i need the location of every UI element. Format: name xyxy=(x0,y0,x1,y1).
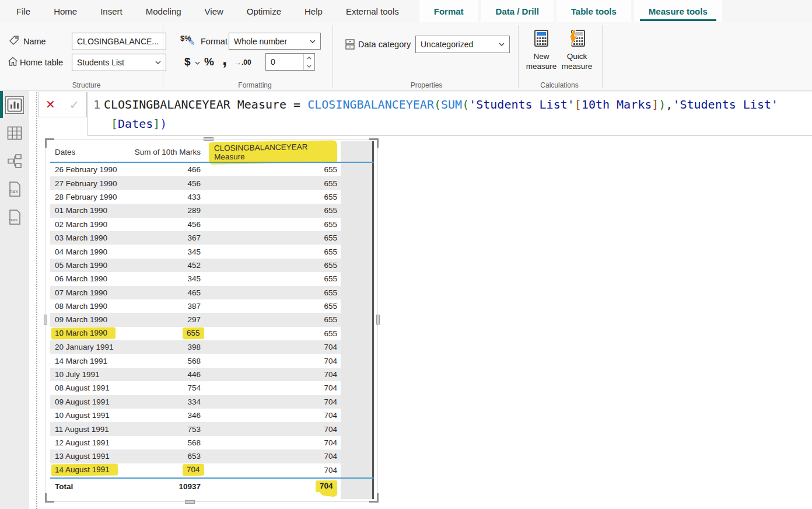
selection-edge-handle[interactable] xyxy=(376,315,380,325)
date-cell[interactable]: 14 August 1991 xyxy=(50,464,124,476)
marks-cell[interactable]: 452 xyxy=(124,261,203,270)
accept-formula-icon[interactable]: ✓ xyxy=(69,99,79,111)
table-total-row[interactable]: Total10937704 xyxy=(50,479,341,494)
table-row[interactable]: 01 March 1990289655 xyxy=(50,204,341,217)
measure-cell[interactable]: 655 xyxy=(203,233,341,242)
menu-item-view[interactable]: View xyxy=(193,0,235,22)
date-cell[interactable]: 09 August 1991 xyxy=(50,398,124,406)
table-row[interactable]: 06 March 1990345655 xyxy=(50,272,341,285)
cancel-formula-icon[interactable]: ✕ xyxy=(46,99,55,110)
dax-query-view-button[interactable]: DAX xyxy=(0,175,29,203)
measure-cell[interactable]: 704 xyxy=(203,370,341,379)
menu-item-file[interactable]: File xyxy=(5,0,42,22)
measure-name-input[interactable]: CLOSINGBALANCE... xyxy=(72,33,166,50)
marks-cell[interactable]: 466 xyxy=(124,165,203,174)
table-row[interactable]: 13 August 1991653704 xyxy=(50,449,341,463)
selection-corner-handle[interactable] xyxy=(369,138,379,148)
measure-cell[interactable]: 655 xyxy=(203,206,341,215)
data-category-select[interactable]: Uncategorized xyxy=(415,36,510,53)
measure-cell[interactable]: 704 xyxy=(203,452,341,461)
table-row[interactable]: 05 March 1990452655 xyxy=(50,259,341,272)
currency-format-button[interactable]: $ xyxy=(184,55,191,68)
menu-item-help[interactable]: Help xyxy=(293,0,334,22)
selection-corner-handle[interactable] xyxy=(45,138,54,148)
measure-cell[interactable]: 704 xyxy=(203,357,341,365)
thousands-separator-button[interactable]: , xyxy=(222,49,227,69)
table-row[interactable]: 14 August 1991704704 xyxy=(50,463,341,477)
date-cell[interactable]: 08 August 1991 xyxy=(50,384,124,392)
column-header-sum-of-10th-marks[interactable]: Sum of 10th Marks xyxy=(124,148,203,156)
date-cell[interactable]: 01 March 1990 xyxy=(50,206,124,215)
measure-cell[interactable]: 655 xyxy=(203,274,341,283)
table-row[interactable]: 09 March 1990297655 xyxy=(50,313,341,326)
marks-cell[interactable]: 653 xyxy=(124,452,203,461)
date-cell[interactable]: 10 August 1991 xyxy=(50,411,124,420)
marks-cell[interactable]: 334 xyxy=(124,398,203,406)
date-cell[interactable]: 12 August 1991 xyxy=(50,438,124,447)
measure-cell[interactable]: 704 xyxy=(203,438,341,447)
marks-cell[interactable]: 345 xyxy=(124,247,203,256)
selection-edge-handle[interactable] xyxy=(185,500,195,504)
date-cell[interactable]: 02 March 1990 xyxy=(50,220,124,229)
measure-cell[interactable]: 655 xyxy=(203,261,341,270)
measure-cell[interactable]: 655 xyxy=(203,193,341,201)
date-cell[interactable]: 07 March 1990 xyxy=(50,288,124,297)
marks-cell[interactable]: 345 xyxy=(124,274,203,283)
selection-corner-handle[interactable] xyxy=(369,493,379,503)
table-row[interactable]: 10 August 1991346704 xyxy=(50,409,341,422)
marks-cell[interactable]: 704 xyxy=(124,464,203,476)
date-cell[interactable]: 20 January 1991 xyxy=(50,343,124,351)
menu-item-insert[interactable]: Insert xyxy=(89,0,134,22)
tab-measure-tools[interactable]: Measure tools xyxy=(634,0,722,22)
column-header-dates[interactable]: Dates xyxy=(50,148,124,156)
decimal-places-icon[interactable]: →.00 xyxy=(235,58,251,67)
table-row[interactable]: 08 March 1990387655 xyxy=(50,299,341,313)
marks-cell[interactable]: 446 xyxy=(124,370,203,379)
menu-item-modeling[interactable]: Modeling xyxy=(134,0,193,22)
date-cell[interactable]: 11 August 1991 xyxy=(50,425,124,434)
date-cell[interactable]: 14 March 1991 xyxy=(50,357,124,365)
table-row[interactable]: 27 February 1990456655 xyxy=(50,176,341,190)
date-cell[interactable]: 03 March 1990 xyxy=(50,233,124,242)
measure-cell[interactable]: 704 xyxy=(203,425,341,434)
dax-code-line[interactable]: CLOSINGBALANCEYEAR Measure = CLOSINGBALA… xyxy=(104,95,778,114)
table-row[interactable]: 20 January 1991398704 xyxy=(50,340,341,354)
menu-item-external-tools[interactable]: External tools xyxy=(334,0,411,22)
dax-code-line[interactable]: [Dates]) xyxy=(104,114,778,134)
tab-format[interactable]: Format xyxy=(419,0,478,22)
measure-cell[interactable]: 655 xyxy=(203,165,341,174)
stepper-buttons[interactable] xyxy=(303,54,314,70)
marks-cell[interactable]: 568 xyxy=(124,438,203,447)
measure-cell[interactable]: 704 xyxy=(203,384,341,392)
measure-cell[interactable]: 655 xyxy=(203,179,341,188)
measure-cell[interactable]: 655 xyxy=(203,315,341,324)
model-view-button[interactable] xyxy=(0,147,29,175)
new-measure-button[interactable]: New measure xyxy=(524,29,558,83)
marks-cell[interactable]: 753 xyxy=(124,425,203,434)
marks-cell[interactable]: 297 xyxy=(124,315,203,324)
marks-cell[interactable]: 387 xyxy=(124,302,203,311)
measure-cell[interactable]: 655 xyxy=(203,329,341,338)
measure-cell[interactable]: 655 xyxy=(203,247,341,256)
measure-cell[interactable]: 704 xyxy=(203,466,341,475)
date-cell[interactable]: 26 February 1990 xyxy=(50,165,124,174)
column-header-closingbalanceyear-measure[interactable]: CLOSINGBALANCEYEAR Measure xyxy=(203,141,341,163)
marks-cell[interactable]: 655 xyxy=(124,327,203,339)
marks-cell[interactable]: 367 xyxy=(124,233,203,242)
date-cell[interactable]: 08 March 1990 xyxy=(50,302,124,311)
table-row[interactable]: 04 March 1990345655 xyxy=(50,245,341,258)
date-cell[interactable]: 13 August 1991 xyxy=(50,452,124,461)
stepper-down-icon[interactable] xyxy=(304,62,314,70)
date-cell[interactable]: 09 March 1990 xyxy=(50,315,124,324)
format-select[interactable]: Whole number xyxy=(229,33,321,50)
visual-scrollbar[interactable] xyxy=(372,141,374,499)
date-cell[interactable]: 04 March 1990 xyxy=(50,247,124,256)
table-row[interactable]: 08 August 1991754704 xyxy=(50,381,341,395)
tab-data-drill[interactable]: Data / Drill xyxy=(481,0,554,22)
menu-item-optimize[interactable]: Optimize xyxy=(235,0,293,22)
marks-cell[interactable]: 433 xyxy=(124,193,203,201)
measure-cell[interactable]: 704 xyxy=(203,398,341,406)
dax-formula-text[interactable]: CLOSINGBALANCEYEAR Measure = CLOSINGBALA… xyxy=(104,95,778,134)
marks-cell[interactable]: 754 xyxy=(124,384,203,392)
selection-corner-handle[interactable] xyxy=(45,493,54,503)
